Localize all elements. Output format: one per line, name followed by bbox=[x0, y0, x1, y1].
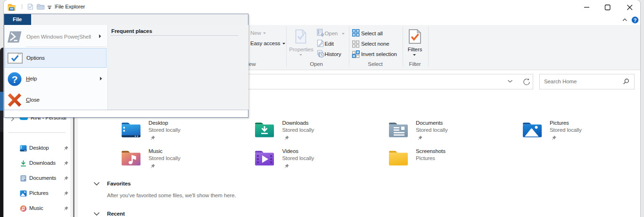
svg-text:?: ? bbox=[634, 17, 637, 23]
svg-text:?: ? bbox=[12, 74, 18, 85]
